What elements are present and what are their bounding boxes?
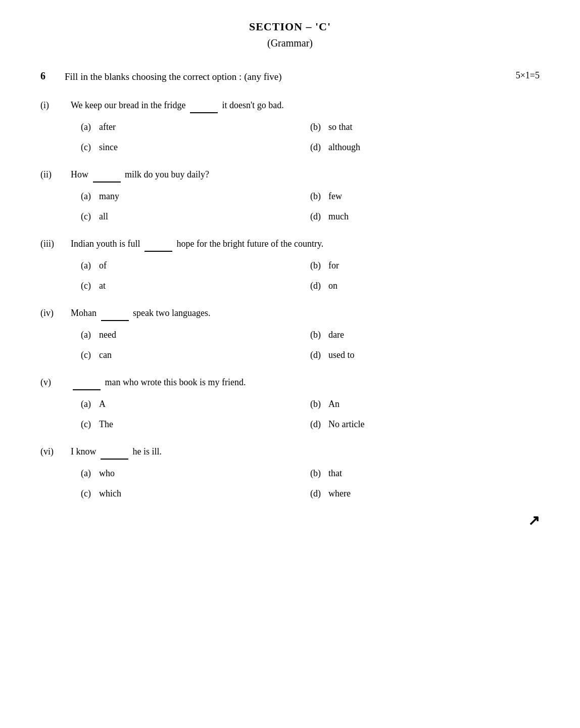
question-number: 6 <box>40 69 65 82</box>
sub-q-num-2: (ii) <box>40 169 67 180</box>
opt-text-4-4: used to <box>328 346 355 363</box>
subquestion-2: (ii) How milk do you buy daily? (a) many… <box>40 166 540 225</box>
opt-label-4-3: (c) <box>81 346 95 363</box>
options-grid-4: (a) need (b) dare (c) can (d) used to <box>81 326 540 363</box>
sub-q-text-6: I know he is ill. <box>71 443 162 460</box>
option-3-3: (c) at <box>81 277 310 294</box>
subquestion-6: (vi) I know he is ill. (a) who (b) that … <box>40 443 540 502</box>
opt-label-6-1: (a) <box>81 465 95 482</box>
opt-label-1-2: (b) <box>310 118 324 135</box>
opt-label-2-3: (c) <box>81 208 95 225</box>
options-grid-6: (a) who (b) that (c) which (d) where <box>81 465 540 502</box>
blank-2 <box>93 166 121 183</box>
opt-text-2-2: few <box>328 188 342 205</box>
blank-1 <box>190 97 218 113</box>
option-5-3: (c) The <box>81 416 310 433</box>
option-1-1: (a) after <box>81 118 310 135</box>
opt-label-5-1: (a) <box>81 395 95 413</box>
options-grid-5: (a) A (b) An (c) The (d) No article <box>81 395 540 433</box>
sub-q-num-1: (i) <box>40 100 67 111</box>
question-block: 6 Fill in the blanks choosing the correc… <box>40 69 540 84</box>
option-3-4: (d) on <box>310 277 540 294</box>
opt-label-5-4: (d) <box>310 416 324 433</box>
opt-text-6-1: who <box>99 465 115 482</box>
opt-text-3-3: at <box>99 277 106 294</box>
opt-label-6-2: (b) <box>310 465 324 482</box>
opt-label-4-1: (a) <box>81 326 95 343</box>
option-2-3: (c) all <box>81 208 310 225</box>
option-6-1: (a) who <box>81 465 310 482</box>
opt-text-2-4: much <box>328 208 349 225</box>
option-5-1: (a) A <box>81 395 310 413</box>
sub-q-row-6: (vi) I know he is ill. <box>40 443 540 460</box>
sub-q-text-1: We keep our bread in the fridge it doesn… <box>71 97 284 113</box>
opt-label-2-1: (a) <box>81 188 95 205</box>
subquestion-4: (iv) Mohan speak two languages. (a) need… <box>40 304 540 363</box>
opt-text-6-4: where <box>328 485 351 502</box>
arrow-symbol: ↗ <box>528 512 540 529</box>
option-5-4: (d) No article <box>310 416 540 433</box>
option-2-1: (a) many <box>81 188 310 205</box>
opt-text-1-4: although <box>328 139 360 156</box>
opt-text-5-3: The <box>99 416 113 433</box>
opt-label-1-3: (c) <box>81 139 95 156</box>
option-4-2: (b) dare <box>310 326 540 343</box>
opt-text-3-4: on <box>328 277 337 294</box>
opt-label-6-3: (c) <box>81 485 95 502</box>
opt-label-1-1: (a) <box>81 118 95 135</box>
sub-q-row-2: (ii) How milk do you buy daily? <box>40 166 540 183</box>
opt-label-3-4: (d) <box>310 277 324 294</box>
opt-text-4-3: can <box>99 346 112 363</box>
sub-q-num-6: (vi) <box>40 446 67 457</box>
option-4-4: (d) used to <box>310 346 540 363</box>
page-arrow: ↗ <box>40 512 540 529</box>
opt-text-3-1: of <box>99 257 107 274</box>
opt-text-2-3: all <box>99 208 108 225</box>
question-marks: 5×1=5 <box>516 69 540 81</box>
opt-text-1-3: since <box>99 139 118 156</box>
opt-text-5-1: A <box>99 395 106 413</box>
question-text: Fill in the blanks choosing the correct … <box>65 69 516 84</box>
opt-text-4-1: need <box>99 326 116 343</box>
option-1-3: (c) since <box>81 139 310 156</box>
subquestion-5: (v) man who wrote this book is my friend… <box>40 374 540 433</box>
blank-3 <box>144 235 172 252</box>
option-6-4: (d) where <box>310 485 540 502</box>
opt-label-5-3: (c) <box>81 416 95 433</box>
subquestion-3: (iii) Indian youth is full hope for the … <box>40 235 540 294</box>
sub-q-text-3: Indian youth is full hope for the bright… <box>71 235 323 252</box>
subquestion-1: (i) We keep our bread in the fridge it d… <box>40 97 540 156</box>
opt-text-1-1: after <box>99 118 116 135</box>
opt-label-2-4: (d) <box>310 208 324 225</box>
opt-text-3-2: for <box>328 257 339 274</box>
option-2-2: (b) few <box>310 188 540 205</box>
opt-text-2-1: many <box>99 188 119 205</box>
blank-4 <box>101 304 129 321</box>
opt-label-2-2: (b) <box>310 188 324 205</box>
option-2-4: (d) much <box>310 208 540 225</box>
sub-q-num-5: (v) <box>40 377 67 388</box>
sub-q-row-4: (iv) Mohan speak two languages. <box>40 304 540 321</box>
sub-q-num-4: (iv) <box>40 308 67 318</box>
opt-text-6-3: which <box>99 485 121 502</box>
opt-label-3-2: (b) <box>310 257 324 274</box>
blank-5 <box>73 374 101 390</box>
option-6-3: (c) which <box>81 485 310 502</box>
section-title: SECTION – 'C' <box>40 20 540 33</box>
options-grid-1: (a) after (b) so that (c) since (d) alth… <box>81 118 540 156</box>
sub-q-row-5: (v) man who wrote this book is my friend… <box>40 374 540 390</box>
opt-label-1-4: (d) <box>310 139 324 156</box>
option-1-2: (b) so that <box>310 118 540 135</box>
opt-text-4-2: dare <box>328 326 344 343</box>
opt-label-3-1: (a) <box>81 257 95 274</box>
opt-text-5-2: An <box>328 395 340 413</box>
blank-6 <box>101 443 128 460</box>
option-3-2: (b) for <box>310 257 540 274</box>
option-6-2: (b) that <box>310 465 540 482</box>
opt-label-4-4: (d) <box>310 346 324 363</box>
option-5-2: (b) An <box>310 395 540 413</box>
opt-label-4-2: (b) <box>310 326 324 343</box>
sub-q-text-4: Mohan speak two languages. <box>71 304 210 321</box>
opt-text-6-2: that <box>328 465 342 482</box>
opt-label-5-2: (b) <box>310 395 324 413</box>
